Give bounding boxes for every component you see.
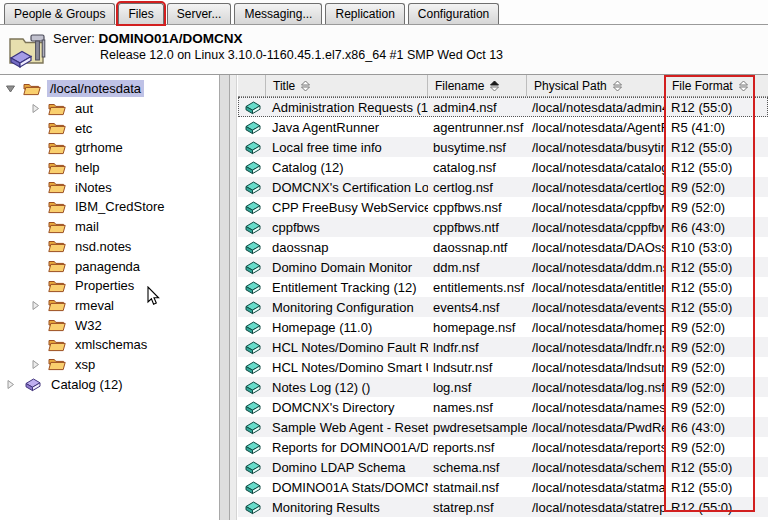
file-format-cell: R5 (41:0) [665,120,768,135]
table-row[interactable]: DOMCNX's Directory names.nsf /local/note… [238,397,768,417]
tab-configuration[interactable]: Configuration [408,3,499,24]
table-row[interactable]: Local free time info busytime.nsf /local… [238,137,768,157]
chevron-collapsed-icon[interactable] [30,359,41,370]
physical-path-cell: /local/notesdata/reports.nsf [527,440,665,455]
table-row[interactable]: Domino LDAP Schema schema.nsf /local/not… [238,457,768,477]
filename-cell: ddm.nsf [428,260,527,275]
folder-icon [23,82,41,96]
chevron-collapsed-icon[interactable] [30,300,41,311]
table-row[interactable]: Catalog (12) catalog.nsf /local/notesdat… [238,157,768,177]
title-cell: DOMINO01A Stats/DOMCNX [266,480,428,495]
tab-replication[interactable]: Replication [325,3,404,24]
title-cell: Administration Requests (12) [266,100,428,115]
title-cell: Homepage (11.0) [266,320,428,335]
server-release-line: Release 12.0 on Linux 3.10.0-1160.45.1.e… [100,48,503,62]
sort-asc-icon [489,80,500,92]
column-header-physical-path[interactable]: Physical Path [527,75,665,96]
table-row[interactable]: DOMCNX's Certification Log certlog.nsf /… [238,177,768,197]
table-row[interactable]: HCL Notes/Domino Fault Reports lndfr.nsf… [238,337,768,357]
tree-item-aut[interactable]: aut [0,99,219,119]
tree-item-label: Properties [72,277,137,294]
file-tree: /local/notesdata aut etc [0,75,219,520]
database-book-icon [238,360,266,375]
tab-messaging[interactable]: Messaging... [234,3,322,24]
physical-path-cell: /local/notesdata/admin4.nsf [527,100,665,115]
physical-path-cell: /local/notesdata/DAOssnap.ntf [527,240,665,255]
column-header-file-format[interactable]: File Format [665,75,768,96]
table-row[interactable]: Homepage (11.0) homepage.nsf /local/note… [238,317,768,337]
physical-path-cell: /local/notesdata/cppfbws.ntf [527,220,665,235]
title-cell: daossnap [266,240,428,255]
tree-item-label: xmlschemas [72,336,150,353]
table-row[interactable]: Administration Requests (12) admin4.nsf … [238,97,768,117]
tree-item-help[interactable]: help [0,158,219,178]
database-book-icon [238,240,266,255]
table-row[interactable]: Notes Log (12) () log.nsf /local/notesda… [238,377,768,397]
tab-label: Messaging... [244,7,312,21]
table-row[interactable]: Entitlement Tracking (12) entitlements.n… [238,277,768,297]
tab-label: People & Groups [14,7,105,21]
physical-path-cell: /local/notesdata/events4.nsf [527,300,665,315]
tab-people-groups[interactable]: People & Groups [4,3,115,24]
chevron-collapsed-icon[interactable] [30,103,41,114]
file-format-cell: R9 (52:0) [665,340,768,355]
file-format-cell: R9 (52:0) [665,400,768,415]
title-cell: Monitoring Results [266,500,428,515]
tree-item-label: gtrhome [72,139,126,156]
tree-item-catalog-12[interactable]: Catalog (12) [0,374,219,394]
tree-item-rmeval[interactable]: rmeval [0,296,219,316]
file-format-cell: R12 (55:0) [665,260,768,275]
column-header-title[interactable]: Title [266,75,428,96]
tree-item-properties[interactable]: Properties [0,276,219,296]
database-book-icon [238,120,266,135]
sort-both-icon [300,80,311,92]
tree-item-gtrhome[interactable]: gtrhome [0,138,219,158]
tab-files[interactable]: Files [118,3,163,24]
tree-item-xsp[interactable]: xsp [0,355,219,375]
physical-path-cell: /local/notesdata/PwdResetSample.nsf [527,420,665,435]
table-row[interactable]: HCL Notes/Domino Smart Upgrade lndsutr.n… [238,357,768,377]
tree-item-local-notesdata[interactable]: /local/notesdata [0,79,219,99]
table-row[interactable]: CPP FreeBusy WebService cppfbws.nsf /loc… [238,197,768,217]
tab-label: Server... [177,7,222,21]
file-format-cell: R9 (52:0) [665,200,768,215]
tab-server[interactable]: Server... [167,3,232,24]
pane-splitter[interactable] [219,75,230,520]
tree-item-etc[interactable]: etc [0,118,219,138]
table-row[interactable]: Reports for DOMINO01A/DOMCNX reports.nsf… [238,437,768,457]
column-header-filename[interactable]: Filename [428,75,527,96]
tree-item-ibm-credstore[interactable]: IBM_CredStore [0,197,219,217]
table-row[interactable]: Java AgentRunner agentrunner.nsf /local/… [238,117,768,137]
file-format-cell: R12 (55:0) [665,480,768,495]
sort-both-icon [612,80,623,92]
chevron-expanded-icon[interactable] [5,83,16,94]
files-table: Title Filename Physical Path File Format [230,75,768,520]
title-cell: cppfbws [266,220,428,235]
database-book-icon [238,340,266,355]
file-format-cell: R12 (55:0) [665,500,768,515]
physical-path-cell: /local/notesdata/cppfbws.nsf [527,200,665,215]
server-label: Server: [53,31,95,46]
tree-item-nsd-notes[interactable]: nsd.notes [0,237,219,257]
chevron-collapsed-icon[interactable] [5,379,16,390]
tree-item-xmlschemas[interactable]: xmlschemas [0,335,219,355]
table-row[interactable]: Monitoring Results statrep.nsf /local/no… [238,497,768,517]
database-book-icon [238,300,266,315]
column-header-icon[interactable] [238,75,266,96]
table-row[interactable]: DOMINO01A Stats/DOMCNX statmail.nsf /loc… [238,477,768,497]
table-row[interactable]: cppfbws cppfbws.ntf /local/notesdata/cpp… [238,217,768,237]
filename-cell: lndsutr.nsf [428,360,527,375]
title-cell: Notes Log (12) () [266,380,428,395]
table-row[interactable]: daossnap daossnap.ntf /local/notesdata/D… [238,237,768,257]
tree-item-panagenda[interactable]: panagenda [0,256,219,276]
table-row[interactable]: Domino Domain Monitor ddm.nsf /local/not… [238,257,768,277]
table-row[interactable]: Sample Web Agent - Reset Password pwdres… [238,417,768,437]
tree-item-w32[interactable]: W32 [0,315,219,335]
tree-item-inotes[interactable]: iNotes [0,177,219,197]
files-tools-icon [7,29,49,75]
database-book-icon [238,380,266,395]
filename-cell: daossnap.ntf [428,240,527,255]
table-row[interactable]: Monitoring Configuration events4.nsf /lo… [238,297,768,317]
tree-item-mail[interactable]: mail [0,217,219,237]
physical-path-cell: /local/notesdata/homepage.nsf [527,320,665,335]
